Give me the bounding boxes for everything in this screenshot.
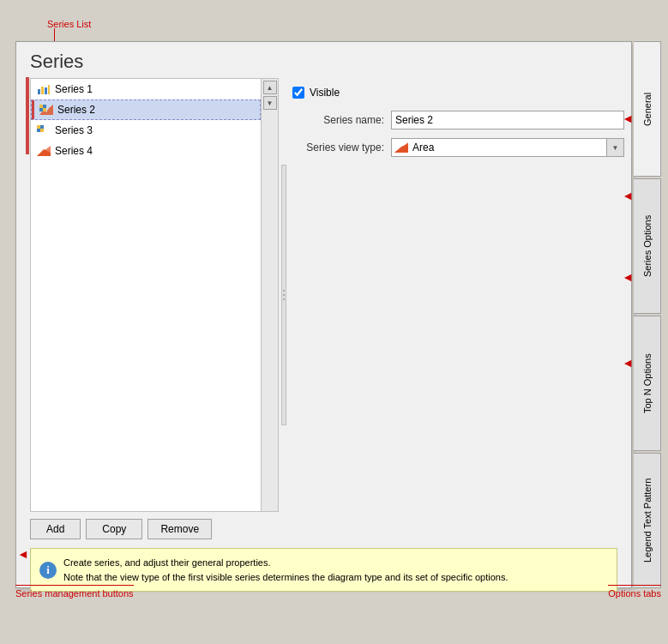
- selected-indicator: [32, 100, 34, 119]
- visible-row: Visible: [292, 87, 624, 99]
- tab-general-label: General: [642, 92, 653, 125]
- vertical-tabs: General Series Options Top N Options Leg…: [634, 41, 661, 588]
- tab-legend-text[interactable]: Legend Text Pattern: [634, 453, 661, 588]
- properties-panel: Visible Series name: Series view type:: [289, 78, 631, 512]
- area-select-text: Area: [411, 141, 606, 153]
- list-item[interactable]: Series 1: [31, 79, 261, 99]
- panel-divider: [279, 78, 289, 512]
- series-1-label: Series 1: [55, 83, 93, 95]
- series-items: Series 1: [31, 79, 261, 511]
- info-text-line1: Create series, and adjust their general …: [63, 556, 608, 570]
- svg-rect-5: [39, 105, 43, 108]
- series-view-type-row: Series view type: Area ▼: [292, 138, 624, 157]
- series-1-icon: [37, 84, 51, 94]
- list-item[interactable]: Series 4: [31, 141, 261, 161]
- series-name-row: Series name:: [292, 111, 624, 129]
- visible-label[interactable]: Visible: [310, 87, 340, 99]
- series-view-type-label: Series view type:: [292, 141, 391, 153]
- arrow-general: ◄: [622, 111, 634, 125]
- series-list-section: Series 1: [30, 78, 279, 512]
- panel-inner: Series 1: [16, 78, 631, 512]
- arrow-add-btn: ◄: [17, 547, 29, 561]
- series-4-label: Series 4: [55, 145, 93, 157]
- tab-series-options[interactable]: Series Options: [634, 178, 661, 314]
- scroll-up-button[interactable]: ▲: [263, 81, 277, 94]
- annotation-line-series-list: [54, 28, 55, 42]
- series-3-icon: [37, 125, 51, 135]
- svg-rect-9: [37, 125, 40, 129]
- list-item[interactable]: Series 2: [31, 99, 261, 120]
- scroll-down-button[interactable]: ▼: [263, 96, 277, 110]
- arrow-top-n: ◄: [622, 270, 634, 284]
- series-2-label: Series 2: [57, 104, 95, 116]
- area-icon: [394, 142, 408, 153]
- buttons-row: Add Copy Remove: [16, 512, 631, 545]
- options-tabs-annotation: Options tabs: [608, 585, 661, 599]
- info-text-line2: Note that the view type of the first vis…: [63, 570, 608, 585]
- series-4-icon: [37, 146, 51, 156]
- svg-marker-16: [394, 144, 408, 153]
- arrow-series-options: ◄: [622, 189, 634, 202]
- info-icon: i: [39, 562, 57, 579]
- dropdown-arrow[interactable]: ▼: [606, 139, 623, 156]
- tab-legend-text-label: Legend Text Pattern: [642, 478, 653, 563]
- svg-rect-1: [41, 87, 44, 94]
- tab-top-n-label: Top N Options: [642, 353, 653, 413]
- series-view-type-select[interactable]: Area ▼: [391, 138, 624, 157]
- tab-top-n[interactable]: Top N Options: [634, 316, 661, 451]
- visible-checkbox[interactable]: [292, 87, 304, 99]
- dropdown-arrow-icon: ▼: [612, 144, 619, 152]
- series-list-wrapper: Series 1: [30, 78, 279, 512]
- left-indicator-line: [26, 77, 29, 154]
- svg-rect-0: [38, 89, 40, 94]
- svg-rect-12: [40, 129, 44, 132]
- chevron-down-icon: ▼: [267, 99, 274, 107]
- svg-rect-8: [43, 108, 46, 111]
- series-2-icon: [39, 105, 53, 115]
- svg-rect-11: [37, 129, 40, 132]
- tab-series-options-label: Series Options: [642, 215, 653, 277]
- main-panel: Series: [15, 41, 632, 588]
- scroll-column: ▲ ▼: [261, 79, 278, 511]
- chevron-up-icon: ▲: [267, 84, 274, 92]
- series-3-label: Series 3: [55, 124, 93, 136]
- remove-button[interactable]: Remove: [147, 519, 212, 539]
- svg-rect-7: [39, 108, 43, 111]
- list-item[interactable]: Series 3: [31, 120, 261, 141]
- svg-rect-2: [45, 87, 47, 94]
- add-button[interactable]: Add: [30, 519, 81, 539]
- series-name-label: Series name:: [292, 114, 391, 126]
- copy-button[interactable]: Copy: [86, 519, 142, 539]
- series-mgmt-annotation: Series management buttons: [15, 585, 134, 599]
- svg-rect-3: [48, 85, 50, 94]
- panel-title: Series: [16, 42, 631, 78]
- arrow-legend-text: ◄: [622, 356, 634, 370]
- tab-general[interactable]: General: [634, 41, 661, 177]
- series-name-input[interactable]: [391, 111, 624, 129]
- svg-rect-6: [43, 105, 46, 108]
- svg-rect-10: [40, 125, 44, 129]
